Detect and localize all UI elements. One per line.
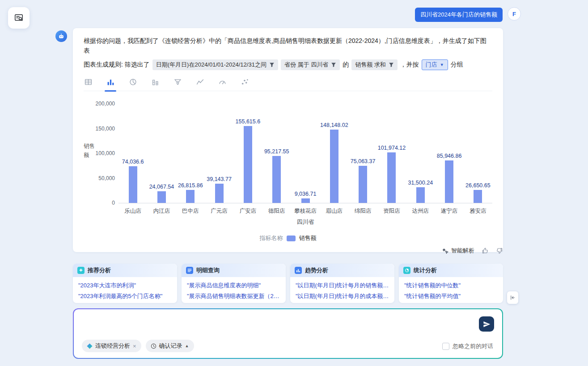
chat-input[interactable] [83,316,471,333]
funnel-icon[interactable] [173,77,182,86]
suggestion-card-title: 明细查询 [196,266,220,274]
y-axis-title: 销售额 [84,142,95,160]
table-icon[interactable] [84,77,93,86]
bar[interactable] [272,156,281,203]
bar-chart-icon[interactable] [106,77,115,86]
clock-icon [151,343,157,349]
suggestion-item[interactable]: "统计销售额的平均值" [404,291,498,302]
suggestion-item[interactable]: "统计销售额的中位数" [404,280,498,291]
smart-analysis-button[interactable]: 智能解析 [442,247,474,255]
bar-column[interactable]: 24,067.54 [147,104,176,203]
bar-value-label: 148,148.02 [320,122,348,128]
collapse-panel-button[interactable] [507,291,518,304]
send-button[interactable] [479,316,494,332]
bar-value-label: 31,500.24 [408,180,433,186]
close-icon[interactable]: × [133,343,136,349]
confirm-record-tag[interactable]: 确认记录 ▲ [146,340,194,352]
confirm-record-label: 确认记录 [159,342,182,350]
user-question-bubble[interactable]: 四川省2024年各门店的销售额 [415,8,503,22]
robot-icon [57,32,65,40]
gauge-icon[interactable] [218,77,227,86]
filter-funnel-icon [331,62,336,67]
filter-pill-date-label: 日期(年月日)在2024/01/01-2024/12/31之间 [156,61,267,69]
group-pill-label: 门店 [426,61,437,69]
smart-analysis-icon [442,247,449,254]
bar[interactable] [244,126,252,203]
rule-prefix: 图表生成规则: 筛选出了 [84,61,150,69]
x-axis-label: 巴中店 [176,207,205,215]
y-tick-label: 150,000 [96,126,115,132]
bar[interactable] [301,198,310,203]
assistant-message-text: 根据你的问题，我匹配到了《连锁经营分析》中的「商品信息维度表,商品销售明细表数据… [84,36,492,55]
suggestion-item[interactable]: "以日期(年月日)统计每月的销售额趋势" [296,280,389,291]
ignore-previous-checkbox[interactable] [442,343,449,350]
suggestion-card-title: 趋势分析 [305,266,328,274]
bar-column[interactable]: 101,974.12 [377,104,406,203]
filter-pill-province[interactable]: 省份 属于 四川省 [281,59,340,70]
stacked-bar-icon[interactable] [151,77,160,86]
bar[interactable] [330,130,338,203]
x-axis-label: 乐山店 [118,207,147,215]
bar-column[interactable]: 26,650.65 [464,104,492,203]
trend-bars-icon [295,267,302,274]
user-avatar[interactable]: F [508,7,521,21]
group-pill[interactable]: 门店 ▼ [422,59,448,70]
suggestion-item[interactable]: "以日期(年月日)统计每月的成本额趋势" [296,291,389,302]
stats-pie-icon [403,267,410,274]
bar-column[interactable]: 9,036.71 [291,104,320,203]
bar-column[interactable]: 39,143.77 [205,104,233,203]
rule-of-text: 的 [343,61,349,69]
bar-column[interactable]: 31,500.24 [406,104,435,203]
bar-value-label: 39,143.77 [207,176,232,182]
thumbs-up-icon[interactable] [482,247,489,254]
filter-pill-date[interactable]: 日期(年月日)在2024/01/01-2024/12/31之间 [152,59,278,70]
thumbs-down-icon[interactable] [496,247,503,254]
bar-column[interactable]: 148,148.02 [320,104,348,203]
ignore-previous-toggle[interactable]: 忽略之前的对话 [442,342,493,350]
suggestion-card-stats: 统计分析 "统计销售额的中位数" "统计销售额的平均值" [399,264,503,303]
bar[interactable] [416,187,425,203]
scatter-icon[interactable] [240,77,249,86]
bar[interactable] [186,190,195,203]
bar-column[interactable]: 85,946.86 [435,104,463,203]
input-tags-row: 连锁经营分析 × 确认记录 ▲ [82,340,194,352]
smart-analysis-label: 智能解析 [451,247,474,255]
x-axis-label: 眉山店 [320,207,348,215]
suggestion-cards-row: 推荐分析 "2023年大连市的利润" "2023年利润最高的5个门店名称" 明细… [73,264,503,303]
data-board-button[interactable] [8,7,30,29]
bar[interactable] [474,190,482,203]
bar-column[interactable]: 155,615.6 [233,104,262,203]
bar[interactable] [359,166,367,203]
measure-pill[interactable]: 销售额 求和 [351,59,398,70]
suggestion-item[interactable]: "展示商品销售明细表数据更新（2022... [187,291,280,302]
pie-chart-icon[interactable] [128,77,137,86]
bar-value-label: 9,036.71 [295,191,317,197]
bar-value-label: 75,063.37 [351,158,376,164]
bar[interactable] [215,184,224,203]
suggestion-item[interactable]: "2023年利润最高的5个门店名称" [78,291,172,302]
suggestion-card-header: 推荐分析 [73,264,177,277]
bar-value-label: 101,974.12 [378,145,406,151]
bar[interactable] [157,191,166,203]
suggestion-item[interactable]: "展示商品信息维度表的明细" [187,280,280,291]
rule-suffix-text: 分组 [451,61,463,69]
bar-value-label: 85,946.86 [437,153,462,159]
caret-up-icon[interactable]: ▲ [185,344,189,348]
bar-column[interactable]: 95,217.55 [262,104,291,203]
bar-value-label: 24,067.54 [149,184,174,190]
bar-column[interactable]: 74,036.6 [118,104,147,203]
bar[interactable] [129,166,137,203]
y-tick-label: 100,000 [96,150,115,156]
y-tick-label: 200,000 [96,101,115,107]
line-chart-icon[interactable] [195,77,204,86]
suggestion-item[interactable]: "2023年大连市的利润" [78,280,172,291]
chart-legend[interactable]: 指标名称 销售额 [84,234,492,242]
recommend-icon [77,267,85,274]
dataset-tag[interactable]: 连锁经营分析 × [82,340,141,352]
bar[interactable] [445,160,453,203]
filter-pill-province-label: 省份 属于 四川省 [284,61,328,69]
assistant-message-card: 根据你的问题，我匹配到了《连锁经营分析》中的「商品信息维度表,商品销售明细表数据… [73,28,503,252]
bar[interactable] [387,152,396,203]
bar-column[interactable]: 26,815.86 [176,104,205,203]
bar-column[interactable]: 75,063.37 [349,104,377,203]
